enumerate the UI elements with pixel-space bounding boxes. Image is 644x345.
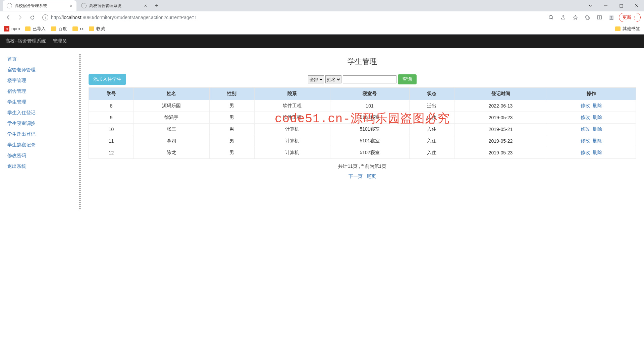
folder-icon: [89, 26, 94, 31]
edit-link[interactable]: 修改: [581, 103, 590, 108]
back-button[interactable]: [3, 13, 13, 22]
browser-tab[interactable]: 高校宿舍管理系统 ×: [77, 0, 151, 11]
close-window-icon[interactable]: [629, 1, 644, 11]
col-ops: 操作: [547, 88, 636, 100]
col-gender: 性别: [209, 88, 254, 100]
page-title: 学生管理: [89, 57, 636, 67]
table-row: 10张三男计算机5101寝室入住2019-05-21修改 删除: [89, 124, 636, 135]
col-id: 学号: [89, 88, 134, 100]
filter-by-select[interactable]: 姓名: [325, 75, 341, 83]
extensions-icon[interactable]: [583, 13, 592, 22]
update-button[interactable]: 更新 ⋮: [619, 13, 641, 22]
add-student-button[interactable]: 添加入住学生: [89, 74, 126, 85]
app-top-nav: 高校--宿舍管理系统 管理员: [0, 34, 644, 48]
sidebar-item-building[interactable]: 楼宇管理: [7, 75, 80, 86]
main-content: 学生管理 添加入住学生 全部 姓名 查询 学号 姓名 性别 院系: [80, 48, 644, 215]
cell-status: 入住: [409, 135, 454, 147]
bookmark-npm[interactable]: nnpm: [4, 26, 20, 31]
folder-icon: [72, 26, 78, 31]
sidebar-item-password[interactable]: 修改密码: [7, 150, 80, 161]
cell-status: 入住: [409, 124, 454, 135]
reload-button[interactable]: [28, 13, 37, 22]
cell-id: 10: [89, 124, 134, 135]
sidebar-item-checkin[interactable]: 学生入住登记: [7, 108, 80, 118]
sidebar-item-exchange[interactable]: 学生寝室调换: [7, 118, 80, 129]
browser-chrome: 高校宿舍管理系统 × 高校宿舍管理系统 × + i http://localho…: [0, 0, 644, 34]
svg-rect-1: [620, 4, 623, 7]
cell-status: 入住: [409, 147, 454, 159]
bookmark-rx[interactable]: rx: [72, 26, 84, 31]
edit-link[interactable]: 修改: [581, 115, 590, 120]
cell-ops: 修改 删除: [547, 100, 636, 112]
star-icon[interactable]: [571, 13, 580, 22]
minimize-icon[interactable]: [598, 1, 613, 11]
close-icon[interactable]: ×: [70, 3, 72, 8]
pagination-links: 下一页 尾页: [89, 174, 636, 180]
nav-brand[interactable]: 高校--宿舍管理系统: [5, 38, 46, 44]
filter-scope-select[interactable]: 全部: [308, 75, 324, 83]
cell-room: 5102寝室: [330, 147, 409, 159]
sidebar-item-home[interactable]: 首页: [7, 54, 80, 65]
cell-name: 源码乐园: [134, 100, 210, 112]
new-tab-button[interactable]: +: [152, 2, 162, 9]
nav-role[interactable]: 管理员: [53, 38, 67, 44]
table-row: 12陈龙男计算机5102寝室入住2019-05-23修改 删除: [89, 147, 636, 159]
bookmark-bar: nnpm 已导入 百度 rx 收藏 其他书签: [0, 23, 644, 34]
next-page-link[interactable]: 下一页: [348, 174, 363, 179]
table-row: 11李四男计算机5101寝室入住2019-05-22修改 删除: [89, 135, 636, 147]
browser-tab-active[interactable]: 高校宿舍管理系统 ×: [3, 0, 76, 11]
url-rest: :8080/dormitory/StudentManager.action?cu…: [81, 15, 197, 20]
sidepanel-icon[interactable]: [595, 13, 604, 22]
bookmark-other[interactable]: 其他书签: [615, 26, 640, 32]
url-host: localhost: [63, 15, 81, 20]
cell-id: 11: [89, 135, 134, 147]
delete-link[interactable]: 删除: [593, 126, 602, 132]
sidebar-item-absence[interactable]: 学生缺寝记录: [7, 140, 80, 150]
col-date: 登记时间: [454, 88, 547, 100]
globe-icon: [7, 3, 12, 8]
edit-link[interactable]: 修改: [581, 126, 590, 132]
search-input[interactable]: [343, 75, 396, 83]
cell-name: 徐涵宇: [134, 112, 210, 124]
cell-name: 陈龙: [134, 147, 210, 159]
cell-gender: 男: [209, 100, 254, 112]
cell-name: 张三: [134, 124, 210, 135]
profile-icon[interactable]: [607, 13, 616, 22]
student-table: 学号 姓名 性别 院系 寝室号 状态 登记时间 操作 8源码乐园男软件工程101…: [89, 87, 636, 159]
share-icon[interactable]: [558, 13, 568, 22]
chevron-down-icon[interactable]: [583, 1, 598, 11]
sidebar-item-student[interactable]: 学生管理: [7, 97, 80, 108]
address-bar[interactable]: i http://localhost:8080/dormitory/Studen…: [40, 13, 544, 22]
delete-link[interactable]: 删除: [593, 138, 602, 143]
window-controls: [583, 1, 644, 11]
pagination-info: 共计11页 ,当前为第1页: [89, 163, 636, 169]
bookmark-imported[interactable]: 已导入: [25, 26, 46, 32]
col-dept: 院系: [254, 88, 330, 100]
sidebar-item-logout[interactable]: 退出系统: [7, 161, 80, 172]
close-icon[interactable]: ×: [144, 3, 147, 8]
edit-link[interactable]: 修改: [581, 138, 590, 143]
cell-date: 2019-05-21: [454, 124, 547, 135]
maximize-icon[interactable]: [614, 1, 629, 11]
delete-link[interactable]: 删除: [593, 115, 602, 120]
last-page-link[interactable]: 尾页: [367, 174, 376, 179]
delete-link[interactable]: 删除: [593, 103, 602, 108]
search-button[interactable]: 查询: [398, 74, 417, 84]
sidebar: 首页 宿管老师管理 楼宇管理 宿舍管理 学生管理 学生入住登记 学生寝室调换 学…: [0, 48, 80, 215]
tab-title: 高校宿舍管理系统: [89, 3, 121, 9]
bookmark-baidu[interactable]: 百度: [51, 26, 67, 32]
search-icon[interactable]: [546, 13, 556, 22]
svg-point-4: [549, 15, 552, 19]
cell-gender: 男: [209, 112, 254, 124]
delete-link[interactable]: 删除: [593, 150, 602, 155]
info-icon[interactable]: i: [42, 14, 48, 20]
sidebar-item-dorm[interactable]: 宿舍管理: [7, 86, 80, 97]
edit-link[interactable]: 修改: [581, 150, 590, 155]
cell-status: 入住: [409, 112, 454, 124]
cell-ops: 修改 删除: [547, 112, 636, 124]
table-row: 9徐涵宇男软件工程5101寝室入住2019-05-23修改 删除: [89, 112, 636, 124]
folder-icon: [25, 26, 31, 31]
bookmark-fav[interactable]: 收藏: [89, 26, 105, 32]
sidebar-item-dormadmin[interactable]: 宿管老师管理: [7, 65, 80, 75]
sidebar-item-checkout[interactable]: 学生迁出登记: [7, 129, 80, 140]
